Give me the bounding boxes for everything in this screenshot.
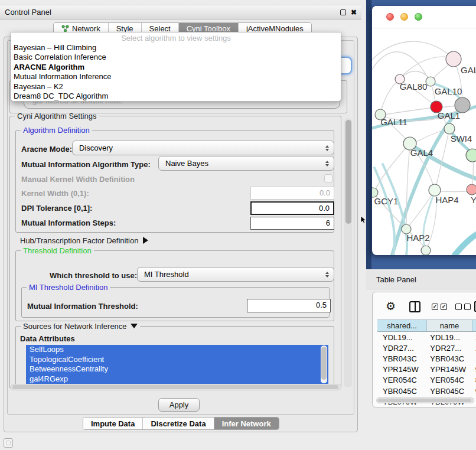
attributes-scrollbar-track[interactable]	[321, 345, 327, 383]
docked-panel-icon[interactable]	[4, 438, 13, 448]
table-cell: YDR27...	[377, 344, 427, 353]
attribute-list-item[interactable]: TopologicalCoefficient	[26, 355, 328, 365]
column-header-clipped[interactable]	[472, 320, 476, 331]
tab-impute-data[interactable]: Impute Data	[83, 418, 143, 429]
tab-label: Infer Network	[222, 419, 271, 428]
dropdown-item[interactable]: ARACNE Algorithm	[11, 63, 341, 72]
network-node-label: GAL	[461, 65, 476, 75]
network-node[interactable]	[429, 184, 441, 196]
tab-discretize-data[interactable]: Discretize Data	[143, 418, 214, 429]
hub-factor-expander[interactable]: Hub/Transcription Factor Definition	[20, 236, 148, 245]
table-row[interactable]: YLR345WYLR345W9.	[377, 407, 476, 409]
network-node[interactable]	[421, 246, 431, 255]
settings-hscrollbar-track[interactable]	[11, 384, 341, 390]
tab-label: Discretize Data	[151, 419, 206, 428]
network-node[interactable]	[444, 123, 455, 134]
which-threshold-label: Which threshold to use:	[50, 271, 137, 280]
control-panel-titlebar: Control Panel ✖	[0, 5, 361, 19]
algorithm-definition-title: Algorithm Definition	[21, 126, 92, 135]
expander-expanded-icon	[131, 324, 138, 328]
table-cell: YER054C	[427, 376, 472, 384]
table-row[interactable]: YBR045CYBR045C9.	[377, 386, 476, 396]
aracne-mode-combobox[interactable]: Discovery	[72, 141, 334, 155]
dropdown-item[interactable]: Mutual Information Inference	[11, 72, 341, 81]
network-window-titlebar[interactable]	[372, 6, 476, 28]
attribute-list-item[interactable]: SelfLoops	[26, 345, 328, 355]
select-all-columns-icon[interactable]: ✓✓	[432, 304, 447, 310]
table-cell: YPR145W	[427, 365, 472, 374]
algorithm-dropdown-popup: Select algorithm to view settings Bayesi…	[11, 32, 341, 102]
hub-factor-label: Hub/Transcription Factor Definition	[20, 236, 138, 245]
close-window-icon[interactable]: ✖	[351, 9, 357, 15]
tab-label: Impute Data	[91, 419, 135, 428]
kernel-width-input[interactable]: 0.0	[250, 187, 334, 200]
network-node[interactable]	[426, 77, 435, 86]
network-node-label: SWI4	[451, 133, 472, 144]
spinner-arrows-icon	[325, 272, 329, 278]
table-row[interactable]: YDR27...YDR27...12	[377, 343, 476, 353]
attributes-scrollbar-thumb[interactable]	[321, 347, 327, 380]
network-node[interactable]	[467, 184, 476, 195]
network-edge	[406, 145, 410, 227]
apply-button[interactable]: Apply	[158, 398, 200, 412]
sources-title[interactable]: Sources for Network Inference	[21, 322, 140, 331]
column-header-name[interactable]: name	[427, 320, 472, 331]
settings-scrollbar-track[interactable]	[344, 118, 352, 387]
dpi-tolerance-input[interactable]: 0.0	[250, 201, 334, 215]
mi-algorithm-type-value: Naive Bayes	[165, 159, 208, 168]
network-node[interactable]	[466, 149, 476, 162]
which-threshold-combobox[interactable]: MI Threshold	[137, 267, 334, 282]
table-row[interactable]: YDL19...YDL19...13	[377, 332, 476, 343]
mi-algorithm-type-combobox[interactable]: Naive Bayes	[158, 156, 334, 171]
table-row[interactable]: YPR145WYPR145W9.	[377, 364, 476, 375]
bottom-tabs: Impute Data Discretize Data Infer Networ…	[83, 417, 279, 430]
table-settings-gear-icon[interactable]: ⚙	[386, 301, 396, 312]
deselect-all-columns-icon[interactable]	[455, 304, 471, 310]
table-cell: YDL19...	[377, 333, 427, 342]
dropdown-item[interactable]: Bayesian – K2	[11, 82, 341, 92]
mi-threshold-input[interactable]: 0.5	[247, 299, 331, 312]
table-panel-titlebar: Table Panel	[366, 270, 476, 289]
table-cell: 12	[472, 344, 476, 353]
apply-button-label: Apply	[169, 400, 189, 409]
table-hscrollbar-thumb[interactable]	[378, 399, 471, 402]
tab-infer-network[interactable]: Infer Network	[214, 418, 279, 429]
dropdown-item[interactable]: Bayesian – Hill Climbing	[11, 43, 341, 53]
settings-hscrollbar-thumb[interactable]	[12, 385, 338, 389]
dropdown-item[interactable]: Basic Correlation Inference	[11, 53, 341, 62]
which-threshold-value: MI Threshold	[144, 270, 189, 279]
mi-steps-input[interactable]: 6	[250, 217, 334, 230]
minimize-traffic-light-icon[interactable]	[400, 13, 408, 21]
table-cell: YER054C	[377, 376, 427, 384]
sources-title-text: Sources for Network Inference	[23, 322, 127, 331]
aracne-mode-label: Aracne Mode:	[21, 145, 72, 154]
close-traffic-light-icon[interactable]	[386, 13, 394, 21]
network-svg[interactable]: GALGAL80GAL10GAL1GAL11SWI4GAL4GCY1HAP4YH…	[372, 28, 476, 255]
table-cell: YDR27...	[427, 344, 472, 353]
float-window-icon[interactable]	[340, 9, 346, 15]
column-header-shared[interactable]: shared...	[377, 320, 427, 331]
manual-kernel-width-checkbox[interactable]	[324, 174, 332, 182]
spinner-arrows-icon	[325, 145, 329, 151]
data-attributes-list[interactable]: SelfLoopsTopologicalCoefficientBetweenne…	[26, 345, 328, 384]
network-edge	[382, 107, 434, 115]
network-node[interactable]	[455, 97, 470, 113]
attribute-list-item[interactable]: BetweennessCentrality	[26, 364, 328, 374]
expander-collapsed-icon	[143, 237, 148, 244]
zoom-traffic-light-icon[interactable]	[415, 13, 422, 21]
network-node[interactable]	[446, 51, 461, 67]
table-hscrollbar-track[interactable]	[376, 397, 474, 403]
attribute-list-item[interactable]: gal4RGexp	[26, 374, 328, 384]
settings-scrollbar-thumb[interactable]	[345, 120, 351, 224]
column-layout-icon[interactable]	[409, 301, 420, 312]
table-row[interactable]: YBR043CYBR043C	[377, 353, 476, 364]
table-row[interactable]: YER054CYER054C8.	[377, 375, 476, 386]
mi-algorithm-type-label: Mutual Information Algorithm Type:	[21, 160, 151, 169]
table-cell: YBR043C	[427, 354, 472, 363]
dropdown-item[interactable]: Dream8 DC_TDC Algorithm	[11, 92, 341, 101]
network-edge	[401, 57, 452, 77]
network-edge	[401, 71, 429, 78]
node-table-header: shared... name	[377, 319, 476, 332]
network-node-label: GAL11	[380, 117, 407, 127]
network-node-label: GCY1	[374, 196, 399, 206]
